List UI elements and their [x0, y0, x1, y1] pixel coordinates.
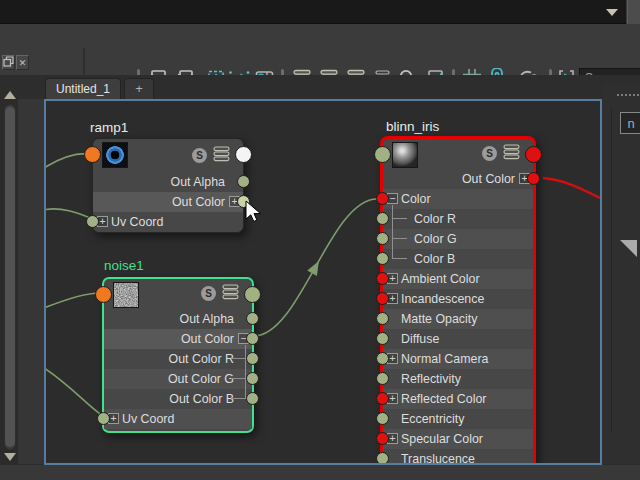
color-r-port[interactable] [376, 212, 389, 225]
top-dropdown-field[interactable] [0, 0, 626, 24]
attr-row-color-r: Color R [383, 209, 533, 229]
reflectivity-port[interactable] [376, 372, 389, 385]
color-port[interactable] [376, 192, 389, 205]
dropdown-arrow-icon [606, 9, 618, 16]
right-panel-tab-label: n [627, 116, 634, 131]
eccentricity-port[interactable] [376, 412, 389, 425]
diffuse-port[interactable] [376, 332, 389, 345]
display-mode-bars-icon[interactable] [222, 284, 240, 306]
tab-label: Untitled_1 [56, 82, 110, 96]
right-panel-tab[interactable]: n [620, 112, 640, 134]
out-color-r-port[interactable] [246, 352, 259, 365]
node-title-noise1: noise1 [104, 258, 144, 273]
attr-row-color-g: Color G [383, 229, 533, 249]
ramp1-output-port[interactable] [235, 146, 252, 163]
attr-label: Out Color [462, 169, 515, 189]
color-g-port[interactable] [376, 232, 389, 245]
scroll-up-arrow-icon[interactable] [4, 91, 16, 99]
display-mode-bars-icon[interactable] [503, 144, 521, 166]
attr-row-reflected-color: + Reflected Color [383, 389, 533, 409]
out-alpha-port[interactable] [237, 175, 250, 188]
specular-color-port[interactable] [376, 432, 389, 445]
matte-opacity-port[interactable] [376, 312, 389, 325]
attr-row-out-color: Out Color − [104, 329, 252, 349]
new-tab-icon: + [135, 81, 143, 96]
shading-group-badge[interactable]: S [201, 286, 216, 301]
new-tab-button[interactable]: + [124, 78, 154, 99]
wire-to-noise1-input [46, 293, 102, 308]
ramp1-input-port[interactable] [84, 146, 101, 163]
noise1-input-port[interactable] [95, 286, 112, 303]
restore-icon [3, 56, 14, 68]
attr-label: Out Alpha [171, 172, 225, 192]
tab-untitled-1[interactable]: Untitled_1 [45, 78, 121, 99]
ramp-swatch [102, 142, 128, 168]
attr-tree-line [392, 205, 393, 259]
attr-label: Translucence [401, 449, 475, 465]
noise1-output-port[interactable] [244, 286, 261, 303]
attr-row-out-color: Out Color + [383, 169, 533, 189]
attr-label: Color G [414, 229, 457, 249]
attr-row-out-alpha: Out Alpha [104, 309, 252, 329]
attr-label: Out Color R [169, 349, 234, 369]
attr-row-out-color-r: Out Color R [104, 349, 252, 369]
uv-coord-port[interactable] [97, 412, 110, 425]
node-graph-view[interactable]: ramp1 S Out Alpha Out Color + + [44, 99, 602, 465]
mouse-cursor-icon [244, 199, 268, 227]
incandescence-port[interactable] [376, 292, 389, 305]
node-ramp1[interactable]: S Out Alpha Out Color + + Uv Coord [92, 138, 244, 233]
node-noise1[interactable]: S Out Alpha Out Color − Out Color R [102, 277, 254, 433]
shading-group-badge[interactable]: S [192, 148, 207, 163]
wire-direction-arrow-icon [307, 258, 323, 276]
scroll-down-arrow-icon[interactable] [4, 453, 16, 461]
out-color-port[interactable] [246, 332, 259, 345]
blinn-input-port[interactable] [374, 146, 391, 163]
out-color-port[interactable] [527, 172, 540, 185]
attr-label: Out Color G [168, 369, 234, 389]
normal-camera-port[interactable] [376, 352, 389, 365]
blinn-output-port[interactable] [525, 146, 542, 163]
attr-label: Ambient Color [401, 269, 480, 289]
color-b-port[interactable] [376, 252, 389, 265]
node-title-ramp1: ramp1 [90, 120, 128, 135]
uv-coord-port[interactable] [86, 215, 99, 228]
attr-label: Out Color [181, 329, 234, 349]
float-panel-button[interactable] [2, 55, 15, 70]
attr-label: Eccentricity [401, 409, 464, 429]
attr-row-diffuse: Diffuse [383, 329, 533, 349]
attr-tree-tick [231, 398, 245, 399]
attr-row-matte-opacity: Matte Opacity [383, 309, 533, 329]
display-mode-bars-icon[interactable] [213, 146, 231, 168]
panel-drag-handle[interactable] [617, 94, 639, 96]
attr-label: Color B [414, 249, 455, 269]
attr-label: Matte Opacity [401, 309, 477, 329]
left-scrollbar-thumb[interactable] [5, 107, 15, 447]
translucence-port[interactable] [376, 452, 389, 465]
attr-row-incandescence: + Incandescence [383, 289, 533, 309]
attr-label: Incandescence [401, 289, 484, 309]
node-editor-window: ✕ [0, 0, 640, 480]
attr-label: Reflectivity [401, 369, 461, 389]
out-color-b-port[interactable] [246, 392, 259, 405]
out-color-g-port[interactable] [246, 372, 259, 385]
ambient-color-port[interactable] [376, 272, 389, 285]
attr-row-translucence: Translucence [383, 449, 533, 465]
tab-bar: Untitled_1 + [0, 75, 640, 99]
out-alpha-port[interactable] [246, 312, 259, 325]
node-header[interactable]: S [93, 139, 243, 172]
attr-label: Uv Coord [122, 409, 174, 429]
close-icon: ✕ [19, 58, 27, 68]
reflected-color-port[interactable] [376, 392, 389, 405]
node-blinn-iris[interactable]: S Out Color + − Color Color R [380, 136, 536, 465]
shading-group-badge[interactable]: S [482, 146, 497, 161]
node-header[interactable]: S [383, 139, 533, 169]
close-panel-button[interactable]: ✕ [16, 55, 29, 70]
right-panel-divider [611, 108, 612, 432]
attr-tree-tick [231, 358, 245, 359]
attr-row-uv-coord: + Uv Coord [93, 212, 243, 232]
attr-tree-tick [392, 258, 407, 259]
wire-to-noise1-uvcoord [46, 368, 103, 416]
node-header[interactable]: S [104, 279, 252, 309]
panel-collapse-arrow-icon[interactable] [620, 240, 637, 257]
attr-row-specular-color: + Specular Color [383, 429, 533, 449]
